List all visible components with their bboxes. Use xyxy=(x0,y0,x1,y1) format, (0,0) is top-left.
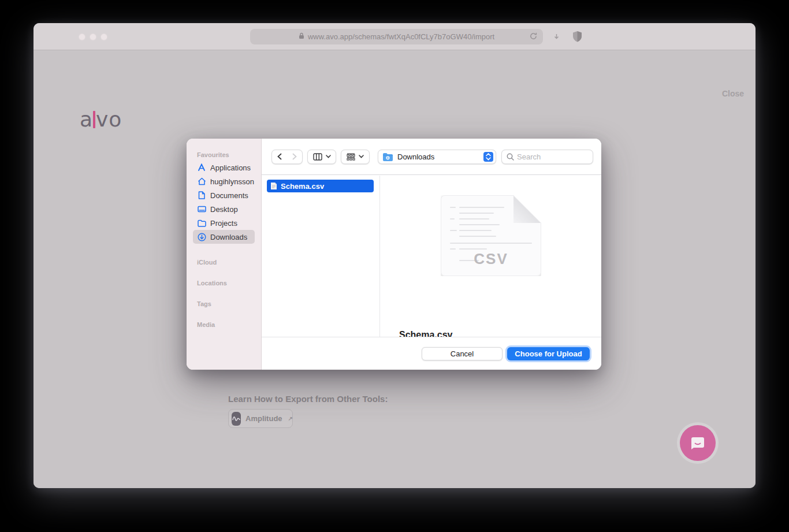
downloads-icon xyxy=(197,232,206,241)
sidebar-item-home[interactable]: hugihlynsson xyxy=(193,174,255,188)
screen: www.avo.app/schemas/fwtXqAc0fCLy7b7oGW40… xyxy=(0,0,789,532)
csv-badge: CSV xyxy=(441,250,541,268)
logo-pink-bar xyxy=(93,111,95,128)
applications-icon xyxy=(197,163,206,172)
desktop-icon xyxy=(197,204,206,214)
folder-icon xyxy=(197,218,206,228)
sidebar-item-label: Desktop xyxy=(210,205,238,214)
view-columns-button[interactable] xyxy=(307,150,336,164)
reload-icon[interactable] xyxy=(529,32,538,42)
dropdown-stepper-icon xyxy=(483,152,493,162)
avo-logo: avo xyxy=(80,107,122,131)
csv-file-icon xyxy=(270,182,277,190)
search-input[interactable] xyxy=(517,152,580,161)
sidebar-item-label: hugihlynsson xyxy=(210,177,254,186)
sidebar-item-documents[interactable]: Documents xyxy=(193,188,255,202)
sidebar-section-icloud[interactable]: iCloud xyxy=(187,251,261,268)
sidebar-section-media[interactable]: Media xyxy=(187,310,261,330)
zoom-window-button[interactable] xyxy=(101,34,107,40)
group-by-button[interactable] xyxy=(341,150,370,164)
search-field[interactable] xyxy=(501,150,593,164)
sidebar-item-downloads[interactable]: Downloads xyxy=(193,230,255,244)
dialog-footer: Cancel Choose for Upload xyxy=(262,337,601,370)
browser-titlebar: www.avo.app/schemas/fwtXqAc0fCLy7b7oGW40… xyxy=(34,23,755,50)
learn-export-heading: Learn How to Export from Other Tools: xyxy=(228,394,388,404)
preview-pane: CSV Schema.csv CSV Document - 433 KB Inf… xyxy=(381,176,601,337)
file-name: Schema.csv xyxy=(281,182,324,191)
close-button[interactable]: Close xyxy=(722,89,744,98)
sidebar-section-tags[interactable]: Tags xyxy=(187,289,261,310)
external-link-arrow-icon: ↗ xyxy=(288,415,293,422)
sidebar-item-applications[interactable]: Applications xyxy=(193,161,255,174)
chat-widget-halo xyxy=(677,422,719,464)
back-button[interactable] xyxy=(272,153,287,160)
shield-icon[interactable] xyxy=(572,31,582,45)
lock-icon xyxy=(299,32,304,41)
file-list: Schema.csv xyxy=(262,176,380,337)
sidebar-item-label: Projects xyxy=(210,219,237,228)
dialog-sidebar: Favourites Applications hugihlynsson xyxy=(187,139,262,370)
sidebar-item-label: Documents xyxy=(210,191,248,200)
amplitude-label: Amplitude xyxy=(245,414,282,423)
dialog-toolbar: Downloads xyxy=(262,139,601,175)
preview-filename: Schema.csv xyxy=(399,330,453,337)
search-icon xyxy=(507,153,514,161)
sidebar-item-projects[interactable]: Projects xyxy=(193,216,255,230)
nav-buttons xyxy=(271,150,303,164)
address-bar[interactable]: www.avo.app/schemas/fwtXqAc0fCLy7b7oGW40… xyxy=(250,29,543,44)
dialog-main: Downloads xyxy=(262,139,601,370)
csv-document-thumbnail: CSV xyxy=(441,195,541,276)
file-open-dialog: Favourites Applications hugihlynsson xyxy=(187,139,601,370)
sidebar-item-label: Applications xyxy=(210,163,251,172)
sidebar-item-desktop[interactable]: Desktop xyxy=(193,202,255,216)
amplitude-icon xyxy=(232,412,241,426)
sidebar-section-favourites: Favourites xyxy=(187,148,261,161)
logo-text-left: a xyxy=(80,107,93,131)
minimize-window-button[interactable] xyxy=(90,34,96,40)
cancel-button[interactable]: Cancel xyxy=(422,347,503,360)
location-value: Downloads xyxy=(397,152,434,161)
download-icon[interactable] xyxy=(550,31,563,45)
sidebar-section-locations[interactable]: Locations xyxy=(187,268,261,289)
chevron-down-icon xyxy=(359,155,364,158)
close-window-button[interactable] xyxy=(79,34,85,40)
chat-bubble-button[interactable] xyxy=(680,425,716,461)
forward-button[interactable] xyxy=(287,153,302,160)
chevron-down-icon xyxy=(326,155,331,158)
downloads-folder-icon xyxy=(382,152,393,161)
home-icon xyxy=(197,177,206,186)
choose-for-upload-button[interactable]: Choose for Upload xyxy=(507,347,590,360)
logo-text-right: vo xyxy=(96,107,122,131)
url-text: www.avo.app/schemas/fwtXqAc0fCLy7b7oGW40… xyxy=(308,32,494,41)
columns-view-icon xyxy=(313,153,322,161)
csv-fold-corner xyxy=(513,195,541,223)
location-dropdown[interactable]: Downloads xyxy=(378,150,496,164)
sidebar-item-label: Downloads xyxy=(210,233,247,241)
grid-view-icon xyxy=(347,153,355,161)
amplitude-link-button[interactable]: Amplitude ↗ xyxy=(228,409,293,428)
file-row-schema-csv[interactable]: Schema.csv xyxy=(267,180,374,192)
chat-smile-icon xyxy=(689,434,706,452)
browser-window: www.avo.app/schemas/fwtXqAc0fCLy7b7oGW40… xyxy=(34,23,755,488)
document-icon xyxy=(197,191,206,200)
